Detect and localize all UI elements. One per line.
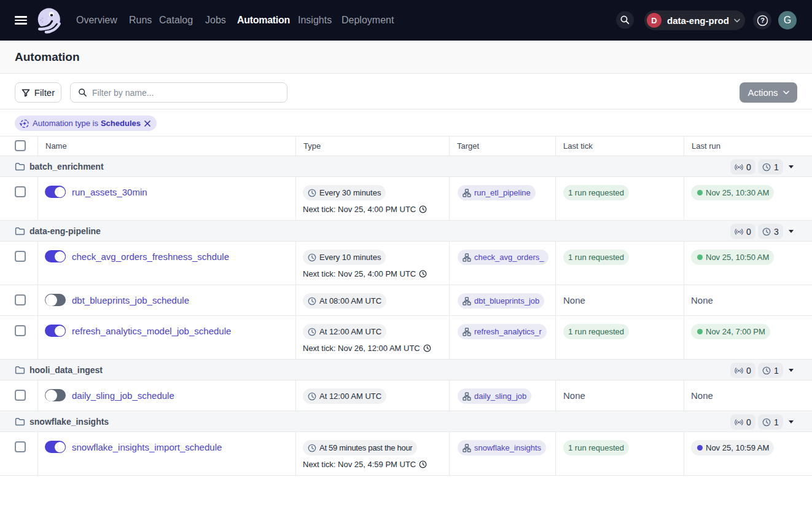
svg-text:?: ?: [760, 17, 765, 24]
